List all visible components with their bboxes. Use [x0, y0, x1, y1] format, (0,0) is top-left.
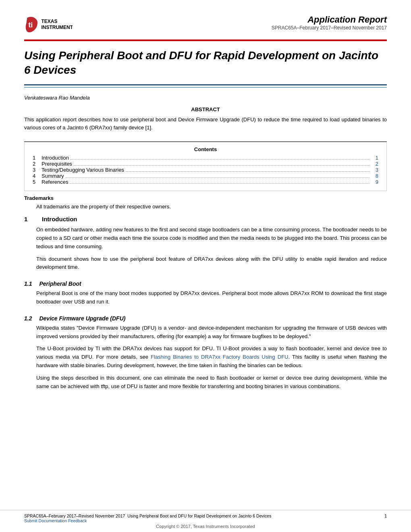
footer-left: SPRAC65A–February 2017–Revised November …	[24, 513, 271, 523]
toc-label-5: References	[42, 179, 68, 185]
author-name: Venkateswara Rao Mandela	[24, 95, 90, 101]
toc-page-1[interactable]: 1	[371, 155, 378, 161]
toc-label-1: Introduction	[42, 155, 69, 161]
abstract-section: ABSTRACT This application report describ…	[0, 102, 411, 136]
subsection-1-2-num: 1.2	[24, 315, 32, 322]
section-1-label: Introduction	[42, 216, 77, 222]
toc-dots-4	[66, 177, 369, 178]
author-line: Venkateswara Rao Mandela	[0, 87, 411, 102]
toc-dots-5	[70, 183, 369, 184]
subsection-1-2-para3: Using the steps described in this docume…	[36, 374, 387, 391]
header-right: Application Report SPRAC65A–February 201…	[272, 15, 387, 31]
section-1-title: 1 Introduction	[24, 216, 387, 222]
ti-logo: ti TEXAS INSTRUMENTS	[24, 15, 73, 35]
toc-num-3: 3	[33, 167, 40, 173]
toc-row-3: 3 Testing/Debugging Various Binaries 3	[33, 167, 378, 173]
toc-row-2: 2 Prerequisites 2	[33, 161, 378, 167]
toc-row-4: 4 Summary 8	[33, 173, 378, 179]
trademarks-title: Trademarks	[24, 195, 387, 201]
subsection-1-1-para: Peripheral Boot is one of the many boot …	[36, 289, 387, 306]
toc-num-5: 5	[33, 179, 40, 185]
section-1-para2: This document shows how to use the perip…	[36, 255, 387, 272]
blue-lines	[24, 84, 387, 87]
main-title: Using Peripheral Boot and DFU for Rapid …	[0, 41, 411, 82]
contents-section: Contents 1 Introduction 1 2 Prerequisite…	[24, 142, 387, 191]
abstract-title: ABSTRACT	[24, 106, 387, 112]
toc-num-1: 1	[33, 155, 40, 161]
footer-doc-title: Using Peripheral Boot and DFU for Rapid …	[127, 513, 271, 518]
subsection-1-1-title: 1.1 Peripheral Boot	[24, 281, 387, 287]
svg-text:ti: ti	[28, 21, 33, 29]
section-1-body: On embedded hardware, adding new feature…	[24, 226, 387, 272]
svg-text:INSTRUMENTS: INSTRUMENTS	[41, 25, 73, 30]
contents-title: Contents	[33, 146, 378, 152]
abstract-text: This application report describes how to…	[24, 116, 387, 132]
app-report-title: Application Report	[272, 15, 387, 25]
subsection-1-2-body: Wikipedia states "Device Firmware Upgrad…	[24, 324, 387, 391]
toc-row-1: 1 Introduction 1	[33, 155, 378, 161]
abstract-body: This application report describes how to…	[24, 116, 387, 131]
toc-row-5: 5 References 9	[33, 179, 378, 185]
dfu-link[interactable]: Flashing Binaries to DRA7xx Factory Boar…	[151, 354, 289, 360]
subsection-1-1-num: 1.1	[24, 281, 32, 287]
footer-top: SPRAC65A–February 2017–Revised November …	[24, 513, 387, 523]
footer-page-num: 1	[384, 513, 387, 523]
footer: SPRAC65A–February 2017–Revised November …	[0, 510, 411, 532]
toc-label-4: Summary	[42, 173, 64, 179]
header: ti TEXAS INSTRUMENTS Application Report …	[0, 0, 411, 39]
subsection-1-2-para2: The U-Boot provided by TI with the DRA7x…	[36, 345, 387, 370]
section-1-para1: On embedded hardware, adding new feature…	[36, 226, 387, 251]
toc-label-3: Testing/Debugging Various Binaries	[42, 167, 124, 173]
submit-feedback-link[interactable]: Submit Documentation Feedback	[24, 518, 271, 523]
toc-num-4: 4	[33, 173, 40, 179]
toc-dots-1	[71, 159, 369, 160]
footer-doc-id: SPRAC65A–February 2017–Revised November …	[24, 513, 125, 518]
logo-area: ti TEXAS INSTRUMENTS	[24, 15, 73, 35]
toc-dots-2	[74, 165, 369, 166]
toc-page-3[interactable]: 3	[371, 167, 378, 173]
subsection-1-2: 1.2 Device Firmware Upgrade (DFU) Wikipe…	[0, 313, 411, 397]
page: ti TEXAS INSTRUMENTS Application Report …	[0, 0, 411, 532]
subsection-1-2-para1: Wikipedia states "Device Firmware Upgrad…	[36, 324, 387, 341]
toc-page-2[interactable]: 2	[371, 161, 378, 167]
section-1-num: 1	[24, 216, 32, 222]
toc-page-5[interactable]: 9	[371, 179, 378, 185]
footer-doc-info: SPRAC65A–February 2017–Revised November …	[24, 513, 271, 518]
trademarks-text: All trademarks are the property of their…	[24, 203, 387, 211]
subsection-1-2-label: Device Firmware Upgrade (DFU)	[39, 315, 125, 322]
subsection-1-1: 1.1 Peripheral Boot Peripheral Boot is o…	[0, 278, 411, 313]
toc-list: 1 Introduction 1 2 Prerequisites 2 3 Tes…	[33, 155, 378, 185]
footer-copyright: Copyright © 2017, Texas Instruments Inco…	[24, 524, 387, 529]
app-report-subtitle: SPRAC65A–February 2017–Revised November …	[272, 25, 387, 31]
toc-label-2: Prerequisites	[42, 161, 72, 167]
subsection-1-1-body: Peripheral Boot is one of the many boot …	[24, 289, 387, 306]
subsection-1-1-label: Peripheral Boot	[39, 281, 81, 287]
section-1: 1 Introduction On embedded hardware, add…	[0, 213, 411, 278]
toc-page-4[interactable]: 8	[371, 173, 378, 179]
trademarks-section: Trademarks All trademarks are the proper…	[0, 191, 411, 213]
svg-text:TEXAS: TEXAS	[41, 19, 57, 24]
toc-num-2: 2	[33, 161, 40, 167]
toc-dots-3	[126, 171, 369, 172]
subsection-1-2-title: 1.2 Device Firmware Upgrade (DFU)	[24, 315, 387, 322]
